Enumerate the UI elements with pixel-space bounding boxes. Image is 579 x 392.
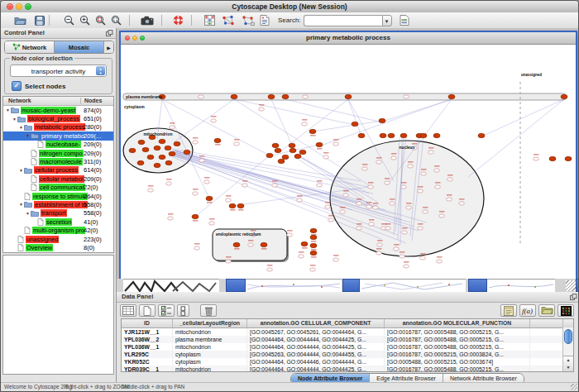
gene-node[interactable] (391, 156, 397, 160)
network-view-window[interactable]: primary metabolic process plasma membran… (119, 31, 577, 279)
gene-node[interactable] (404, 265, 409, 268)
gene-node[interactable] (423, 210, 428, 213)
attribute-notes-icon[interactable] (500, 304, 517, 317)
attribute-browser-icon[interactable] (400, 13, 409, 27)
tree-row-nitrogen-compo[interactable]: nitrogen compo209(0) (3, 149, 113, 157)
gene-node[interactable] (166, 182, 172, 185)
unselect-all-attributes-icon[interactable] (177, 304, 189, 317)
gene-node[interactable] (406, 206, 412, 209)
gene-node[interactable] (369, 222, 375, 226)
gene-node[interactable] (242, 184, 248, 187)
gene-node[interactable] (418, 227, 423, 230)
tree-row-establishment-of-lo[interactable]: ▼establishment of lo558(0) (3, 200, 113, 208)
select-nodes-checkbox[interactable]: ✓ (12, 81, 22, 91)
tree-row-multi-organism-pro[interactable]: multi-organism pro42(0) (3, 226, 113, 234)
table-row[interactable]: YDR039C__1mitochondrion[GO:0044464, GO:0… (122, 366, 573, 372)
gene-node-selected[interactable] (448, 94, 455, 98)
table-cell[interactable]: YLR295C (122, 351, 173, 358)
gene-node[interactable] (434, 169, 440, 172)
column-header-annotation.GO MOLECULAR_FUNCTION[interactable]: annotation.GO MOLECULAR_FUNCTION (385, 319, 530, 327)
tree-row-metabolic-process[interactable]: ▼metabolic process280(0) (3, 123, 113, 131)
zoom-selected-region-icon[interactable] (95, 13, 106, 27)
gene-node[interactable] (385, 227, 391, 230)
table-cell[interactable] (530, 358, 563, 366)
table-cell[interactable]: [GO:0016787, GO:0005488, GO:0005215, G..… (385, 328, 530, 336)
select-all-attributes-icon[interactable] (158, 304, 175, 317)
gene-node-selected[interactable] (261, 242, 267, 246)
gene-node-selected[interactable] (169, 151, 175, 155)
gene-node-selected[interactable] (237, 203, 244, 208)
network-modify-icon[interactable] (242, 13, 255, 27)
gene-node[interactable] (437, 260, 443, 263)
background-network-thumbnail[interactable] (360, 279, 466, 292)
search-input[interactable] (304, 15, 382, 26)
gene-node-selected[interactable] (433, 133, 440, 137)
tree-row-unassigned[interactable]: unassigned223(0) (3, 235, 113, 243)
gene-node-selected[interactable] (379, 118, 385, 122)
gene-node[interactable] (418, 189, 423, 193)
expander-icon[interactable]: ▼ (12, 117, 17, 122)
gene-node-selected[interactable] (310, 243, 317, 247)
tree-row-primary-metabo[interactable]: ▼primary metabo209(... (3, 131, 113, 140)
delete-attribute-trash-icon[interactable] (200, 304, 217, 317)
tree-row-biological-process[interactable]: ▼biological_process651(0) (3, 114, 113, 122)
gene-node-selected[interactable] (154, 163, 160, 167)
gene-node-selected[interactable] (565, 156, 572, 160)
gene-node[interactable] (333, 258, 339, 261)
gene-node[interactable] (194, 246, 200, 250)
gene-node[interactable] (439, 214, 445, 218)
table-cell[interactable]: YJR121W__1 (122, 328, 173, 336)
gene-node-selected[interactable] (388, 133, 395, 137)
help-lifebuoy-icon[interactable] (173, 13, 184, 27)
table-cell[interactable]: [GO:0005488, GO:0005215, GO:0003674] (385, 358, 530, 366)
expander-icon[interactable]: ▼ (18, 168, 24, 173)
tree-row-overview[interactable]: Overview8(0) (3, 243, 113, 251)
background-window-border[interactable] (342, 279, 360, 292)
app-resize-grip[interactable] (571, 384, 577, 390)
gene-node-selected[interactable] (310, 251, 317, 255)
table-cell[interactable]: YKR052C (122, 358, 173, 366)
gene-node-selected[interactable] (420, 133, 427, 137)
tree-row-secretion[interactable]: secretion41(0) (3, 218, 113, 226)
tree-row-cellular-process[interactable]: ▼cellular process614(0) (3, 166, 113, 174)
expander-icon[interactable]: ▼ (25, 211, 31, 216)
column-header-annotation.GO CELLULAR_COMPONENT[interactable]: annotation.GO CELLULAR_COMPONENT (247, 319, 385, 327)
function-builder-icon[interactable]: f(a) (519, 304, 536, 317)
zoom-in-icon[interactable] (79, 13, 90, 27)
gene-node[interactable] (193, 192, 199, 195)
gene-node[interactable] (199, 95, 204, 98)
gene-node[interactable] (299, 255, 304, 258)
gene-node-selected[interactable] (129, 148, 136, 152)
zoom-out-icon[interactable] (64, 13, 74, 27)
tree-row-nucleobase-[interactable]: nucleobase-209(0) (3, 141, 113, 149)
expander-icon[interactable]: ▼ (18, 125, 24, 130)
gene-node[interactable] (272, 184, 278, 187)
save-session-icon[interactable] (35, 13, 45, 27)
gene-node-selected[interactable] (233, 242, 240, 246)
gene-node[interactable] (302, 122, 308, 126)
gene-node[interactable] (340, 210, 346, 213)
gene-node[interactable] (385, 181, 390, 184)
tab-network[interactable]: Network (5, 41, 55, 53)
network-canvas[interactable]: plasma membranecytoplasmmitochondrionnuc… (121, 45, 576, 280)
network-window-titlebar[interactable]: primary metabolic process (121, 32, 576, 45)
table-cell[interactable]: mitochondrion (173, 366, 247, 372)
table-cell[interactable]: [GO:0044464, GO:0044446, GO:0044444, G..… (247, 358, 385, 366)
gene-node-selected[interactable] (380, 133, 386, 137)
network-close-button[interactable] (125, 36, 130, 41)
gene-node-selected[interactable] (138, 140, 145, 144)
background-window-border[interactable] (468, 279, 487, 292)
table-cell[interactable]: [GO:0016787, GO:0005488, GO:0005215, G..… (385, 343, 530, 351)
gene-node[interactable] (459, 202, 465, 205)
table-row[interactable]: YLR295Ccytoplasm[GO:0045263, GO:0044444,… (122, 351, 573, 358)
gene-node[interactable] (401, 185, 407, 189)
table-cell[interactable]: mitochondrion (173, 343, 247, 351)
vizmapper-icon[interactable] (260, 13, 270, 27)
open-session-icon[interactable] (14, 13, 26, 27)
gene-node[interactable] (193, 141, 199, 144)
gene-node[interactable] (402, 231, 408, 234)
gene-node-selected[interactable] (294, 154, 301, 158)
gene-node[interactable] (377, 243, 383, 246)
gene-node[interactable] (447, 178, 453, 181)
expander-icon[interactable]: ▼ (18, 202, 24, 207)
